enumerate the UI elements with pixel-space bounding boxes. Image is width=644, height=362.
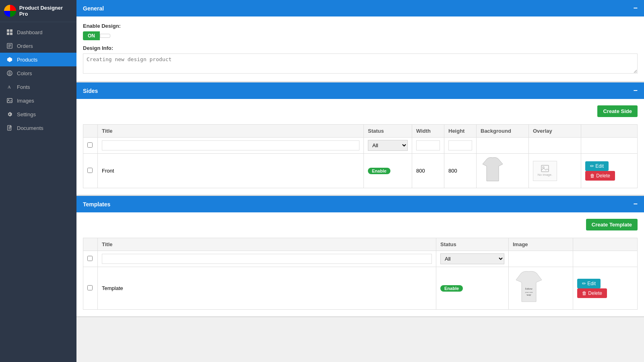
sides-row-height-cell: 800 <box>444 154 477 188</box>
tmpl-filter-status-cell: All Enable Disable <box>436 251 509 267</box>
sidebar-item-products[interactable]: Products <box>0 53 76 66</box>
no-image-box: No image. <box>533 161 557 181</box>
sides-filter-title-cell <box>98 138 364 154</box>
sides-col-background: Background <box>477 125 529 138</box>
sides-col-width: Width <box>412 125 444 138</box>
general-panel: General − Enable Design: ON Design Info: <box>76 0 644 82</box>
sides-row-bg-cell <box>477 154 529 188</box>
sides-panel-header: Sides − <box>76 82 644 99</box>
toggle-off-btn[interactable] <box>100 34 110 38</box>
sides-col-check <box>83 125 98 138</box>
templates-panel: Templates − Create Template Title Status… <box>76 196 644 317</box>
sides-row-check-cell <box>83 154 98 188</box>
tmpl-row-checkbox[interactable] <box>87 285 93 290</box>
sidebar-item-colors[interactable]: Colors <box>0 66 76 80</box>
general-title: General <box>83 5 104 12</box>
create-template-btn[interactable]: Create Template <box>586 219 638 230</box>
sidebar-item-documents[interactable]: Documents <box>0 121 76 135</box>
sides-row-status-cell: Enable <box>364 154 412 188</box>
tmpl-filter-title-cell <box>98 251 436 267</box>
sides-panel-body: Create Side Title Status Width Height Ba… <box>76 99 644 196</box>
tmpl-row-check-cell <box>83 267 98 310</box>
sides-filter-overlay-cell <box>529 138 581 154</box>
sides-filter-status-select[interactable]: All Enable Disable <box>368 140 408 151</box>
sides-col-status: Status <box>364 125 412 138</box>
tmpl-row-actions-cell: ✏ Edit 🗑 Delete <box>573 267 638 310</box>
tmpl-filter-status-select[interactable]: All Enable Disable <box>440 253 504 264</box>
images-icon <box>6 97 13 104</box>
general-collapse-btn[interactable]: − <box>633 4 638 12</box>
toggle-on-btn[interactable]: ON <box>83 31 100 40</box>
sidebar-item-images[interactable]: Images <box>0 94 76 107</box>
sides-col-height: Height <box>444 125 477 138</box>
app-title: Product Designer Pro <box>19 5 72 17</box>
tmpl-filter-title-input[interactable] <box>102 254 432 264</box>
svg-point-15 <box>543 167 544 168</box>
sides-panel: Sides − Create Side Title Status Width H… <box>76 82 644 196</box>
templates-title: Templates <box>83 201 110 208</box>
templates-collapse-btn[interactable]: − <box>633 200 638 208</box>
svg-marker-8 <box>7 57 12 62</box>
tmpl-filter-checkbox[interactable] <box>87 256 93 261</box>
sides-filter-height-input[interactable] <box>448 140 472 150</box>
sidebar-nav: Dashboard Orders Products Colors A Fonts <box>0 22 76 362</box>
sides-row-checkbox[interactable] <box>87 168 93 173</box>
sides-title: Sides <box>83 88 98 94</box>
sides-collapse-btn[interactable]: − <box>633 86 638 95</box>
design-info-textarea[interactable] <box>83 53 638 74</box>
sides-table-wrap: Title Status Width Height Background Ove… <box>83 124 638 188</box>
sidebar-header: Product Designer Pro <box>0 0 76 22</box>
sidebar-item-settings[interactable]: Settings <box>0 107 76 121</box>
tmpl-filter-actions-cell <box>573 251 638 267</box>
tmpl-col-check <box>83 238 98 251</box>
templates-table: Title Status Image <box>83 238 638 310</box>
sides-row-status-badge: Enable <box>368 168 390 174</box>
table-row: Front Enable 800 800 <box>83 154 638 188</box>
sides-filter-title-input[interactable] <box>102 140 359 150</box>
svg-rect-3 <box>10 33 12 35</box>
sides-row-bg-image <box>481 156 505 184</box>
sides-filter-row: All Enable Disable <box>83 138 638 154</box>
sides-row-overlay-cell: No image. <box>529 154 581 188</box>
enable-design-toggle: ON <box>83 31 638 40</box>
general-panel-header: General − <box>76 0 644 16</box>
sides-delete-btn[interactable]: 🗑 Delete <box>585 171 615 181</box>
sidebar-item-fonts[interactable]: A Fonts <box>0 80 76 94</box>
svg-text:way: way <box>526 293 531 296</box>
sides-filter-width-cell <box>412 138 444 154</box>
sides-filter-actions-cell <box>581 138 638 154</box>
sides-filter-status-cell: All Enable Disable <box>364 138 412 154</box>
sides-col-actions <box>581 125 638 138</box>
tmpl-filter-image-cell <box>509 251 573 267</box>
sidebar-label-fonts: Fonts <box>17 84 30 90</box>
templates-action-bar: Create Template <box>83 219 638 234</box>
tmpl-row-image: follow your own way <box>513 269 545 306</box>
dashboard-icon <box>6 29 13 35</box>
tmpl-row-title-cell: Template <box>98 267 436 310</box>
design-info-label: Design Info: <box>83 45 638 51</box>
sides-edit-btn[interactable]: ✏ Edit <box>585 161 609 171</box>
tmpl-col-status: Status <box>436 238 509 251</box>
create-side-btn[interactable]: Create Side <box>597 105 638 117</box>
sidebar-item-dashboard[interactable]: Dashboard <box>0 25 76 39</box>
tmpl-edit-btn[interactable]: ✏ Edit <box>577 279 601 288</box>
sides-filter-checkbox[interactable] <box>87 142 93 148</box>
templates-filter-row: All Enable Disable <box>83 251 638 267</box>
tmpl-row-status-cell: Enable <box>436 267 509 310</box>
svg-text:A: A <box>8 84 11 89</box>
sides-col-overlay: Overlay <box>529 125 581 138</box>
sides-row-title-cell: Front <box>98 154 364 188</box>
tmpl-col-image: Image <box>509 238 573 251</box>
sides-row-width-cell: 800 <box>412 154 444 188</box>
tmpl-delete-btn[interactable]: 🗑 Delete <box>577 288 607 298</box>
fonts-icon: A <box>6 84 13 90</box>
main-content: General − Enable Design: ON Design Info:… <box>76 0 644 362</box>
sides-filter-width-input[interactable] <box>416 140 440 150</box>
tmpl-filter-check-cell <box>83 251 98 267</box>
svg-rect-1 <box>10 29 12 32</box>
sidebar: Product Designer Pro Dashboard Orders Pr… <box>0 0 76 362</box>
sidebar-item-orders[interactable]: Orders <box>0 39 76 53</box>
sides-filter-check-cell <box>83 138 98 154</box>
general-panel-body: Enable Design: ON Design Info: <box>76 16 644 82</box>
sidebar-label-settings: Settings <box>17 111 36 117</box>
